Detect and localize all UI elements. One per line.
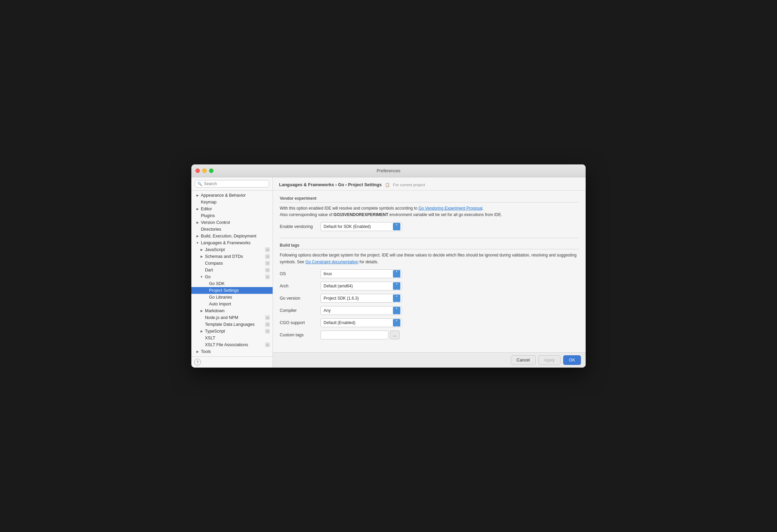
arr-up-icon — [396, 316, 398, 322]
sidebar-item-template-data[interactable]: Template Data Languages⊡ — [191, 321, 273, 328]
build-tags-title: Build tags — [280, 243, 579, 249]
sidebar-label-markdown: Markdown — [205, 308, 270, 313]
sidebar-item-nodejs[interactable]: Node.js and NPM⊡ — [191, 314, 273, 321]
sidebar-item-tools[interactable]: Tools — [191, 348, 273, 355]
search-input[interactable] — [204, 181, 266, 186]
sidebar-item-version-control[interactable]: Version Control — [191, 219, 273, 226]
apply-button[interactable]: Apply — [538, 355, 560, 365]
arr-dn-icon — [396, 311, 398, 317]
sidebar-badge-compass: ⊡ — [265, 261, 270, 266]
build-field-select-2[interactable]: Project SDK (1.6.3) — [321, 294, 402, 303]
sidebar-item-schemas[interactable]: Schemas and DTDs⊡ — [191, 253, 273, 260]
sidebar-label-languages: Languages & Frameworks — [201, 241, 270, 245]
vendor-section-title: Vendor experiment — [280, 196, 579, 202]
vendor-section-desc: With this option enabled IDE will resolv… — [280, 205, 579, 218]
sidebar-item-keymap[interactable]: Keymap — [191, 199, 273, 206]
enable-vendoring-label: Enable vendoring — [280, 224, 317, 229]
custom-tags-input[interactable] — [321, 331, 388, 339]
right-arrow-icon — [195, 193, 200, 197]
build-field-select-3[interactable]: Any — [321, 306, 402, 315]
sidebar-item-build[interactable]: Build, Execution, Deployment — [191, 233, 273, 240]
breadcrumb-sub: For current project — [393, 183, 425, 187]
down-arrow-icon — [195, 241, 200, 245]
sidebar-badge-xslt-assoc: ⊡ — [265, 342, 270, 347]
sidebar-label-go-sdk: Go SDK — [209, 281, 270, 286]
ok-button[interactable]: OK — [563, 355, 581, 365]
cancel-button[interactable]: Cancel — [511, 355, 536, 365]
sidebar-item-project-settings[interactable]: Project Settings — [191, 287, 273, 294]
right-arrow-icon — [195, 234, 200, 238]
build-field-select-4[interactable]: Default (Enabled) — [321, 318, 402, 327]
sidebar-item-plugins[interactable]: Plugins — [191, 212, 273, 219]
right-arrow-icon — [200, 309, 204, 313]
sidebar-item-appearance[interactable]: Appearance & Behavior — [191, 192, 273, 199]
sidebar-tree: Appearance & BehaviorKeymapEditorPlugins… — [191, 191, 273, 356]
vendor-desc-part2: . — [482, 206, 483, 211]
sidebar-item-auto-import[interactable]: Auto Import — [191, 301, 273, 307]
custom-tags-input-row: … — [321, 331, 400, 339]
sidebar-label-directories: Directories — [201, 227, 270, 232]
sidebar-item-typescript[interactable]: TypeScript⊡ — [191, 328, 273, 335]
enable-vendoring-arrow[interactable] — [393, 223, 400, 230]
vendor-desc-part1: With this option enabled IDE will resolv… — [280, 206, 418, 211]
build-tags-desc: Following options describe target system… — [280, 252, 579, 265]
sidebar-badge-dart: ⊡ — [265, 268, 270, 272]
build-field-arrow-3[interactable] — [393, 307, 400, 314]
build-field-value-4: Default (Enabled) — [324, 320, 355, 325]
sidebar-item-dart[interactable]: Dart⊡ — [191, 267, 273, 273]
build-field-arrow-2[interactable] — [393, 295, 400, 302]
sidebar-item-markdown[interactable]: Markdown — [191, 307, 273, 314]
search-icon: 🔍 — [197, 182, 202, 186]
build-field-row-3: CompilerAny — [280, 306, 579, 315]
build-field-select-1[interactable]: Default (amd64) — [321, 282, 402, 290]
project-icon: 📋 — [385, 183, 390, 187]
sidebar-item-compass[interactable]: Compass⊡ — [191, 260, 273, 267]
arr-up-icon — [396, 304, 398, 310]
maximize-button[interactable] — [209, 169, 213, 173]
vendor-desc-line2: Also corrensponding value of — [280, 212, 333, 217]
sidebar-item-javascript[interactable]: JavaScript⊡ — [191, 246, 273, 253]
minimize-button[interactable] — [202, 169, 207, 173]
build-field-arrow-1[interactable] — [393, 282, 400, 290]
sidebar-badge-schemas: ⊡ — [265, 254, 270, 259]
titlebar: Preferences — [191, 164, 586, 177]
right-arrow-icon — [200, 329, 204, 333]
build-constraint-link[interactable]: Go Constraint documentation — [305, 260, 358, 264]
help-button[interactable]: ? — [194, 359, 201, 366]
sidebar-badge-template-data: ⊡ — [265, 322, 270, 327]
sidebar-label-xslt-assoc: XSLT File Associations — [205, 342, 264, 347]
preferences-window: Preferences 🔍 Appearance & BehaviorKeyma… — [191, 164, 586, 368]
sidebar-label-plugins: Plugins — [201, 213, 270, 218]
enable-vendoring-select[interactable]: Default for SDK (Enabled) — [321, 222, 402, 231]
browse-button[interactable]: … — [390, 331, 400, 339]
sidebar-label-xslt: XSLT — [205, 336, 270, 340]
sidebar-item-languages[interactable]: Languages & Frameworks — [191, 240, 273, 246]
sidebar-item-xslt-assoc[interactable]: XSLT File Associations⊡ — [191, 341, 273, 348]
sidebar-item-xslt[interactable]: XSLT — [191, 335, 273, 341]
divider-1 — [280, 238, 579, 238]
build-field-value-2: Project SDK (1.6.3) — [324, 296, 359, 301]
build-field-row-5: Custom tags… — [280, 331, 579, 339]
down-arrow-icon — [200, 275, 204, 279]
build-tags-section: Build tags Following options describe ta… — [280, 243, 579, 339]
build-field-select-0[interactable]: linux — [321, 269, 402, 278]
build-field-arrow-4[interactable] — [393, 319, 400, 326]
arr-up-icon — [396, 267, 398, 273]
arrow-down-icon — [396, 227, 398, 233]
sidebar-item-editor[interactable]: Editor — [191, 206, 273, 212]
vendor-section: Vendor experiment With this option enabl… — [280, 196, 579, 231]
arr-dn-icon — [396, 286, 398, 292]
close-button[interactable] — [195, 169, 200, 173]
build-field-value-3: Any — [324, 308, 331, 313]
search-wrapper[interactable]: 🔍 — [195, 180, 269, 188]
sidebar-label-nodejs: Node.js and NPM — [205, 315, 264, 320]
sidebar-item-go[interactable]: Go⊡ — [191, 273, 273, 280]
sidebar-item-go-sdk[interactable]: Go SDK — [191, 280, 273, 287]
sidebar-item-directories[interactable]: Directories — [191, 226, 273, 233]
vendor-link[interactable]: Go Vendoring Experiment Proposal — [418, 206, 482, 211]
sidebar-label-schemas: Schemas and DTDs — [205, 254, 264, 259]
sidebar-item-go-libraries[interactable]: Go Libraries — [191, 294, 273, 301]
enable-vendoring-value: Default for SDK (Enabled) — [324, 224, 371, 229]
sidebar-label-tools: Tools — [201, 349, 270, 354]
build-field-arrow-0[interactable] — [393, 270, 400, 278]
